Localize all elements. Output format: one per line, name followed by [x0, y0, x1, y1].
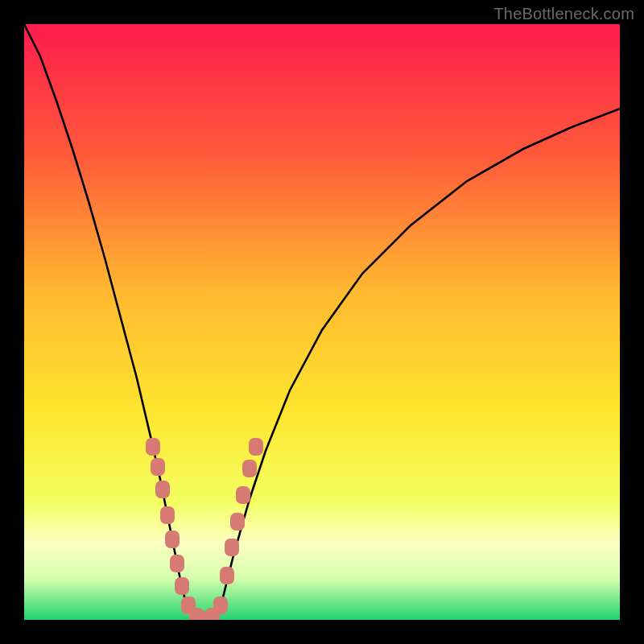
marker-point — [242, 460, 257, 477]
plot-area — [24, 24, 620, 620]
marker-point — [170, 555, 184, 572]
watermark-text: TheBottleneck.com — [493, 5, 634, 23]
marker-point — [236, 486, 250, 504]
marker-point — [160, 506, 175, 524]
marker-point — [249, 438, 263, 456]
marker-point — [213, 597, 228, 614]
chart-frame: TheBottleneck.com — [0, 0, 644, 644]
marker-point — [230, 513, 245, 530]
marker-point — [225, 539, 239, 556]
gradient-background — [24, 24, 620, 620]
marker-point — [146, 438, 160, 456]
marker-point — [220, 567, 234, 584]
chart-svg — [24, 24, 620, 620]
marker-point — [151, 458, 165, 476]
marker-point — [165, 530, 180, 548]
marker-point — [155, 481, 170, 498]
marker-point — [175, 577, 189, 595]
